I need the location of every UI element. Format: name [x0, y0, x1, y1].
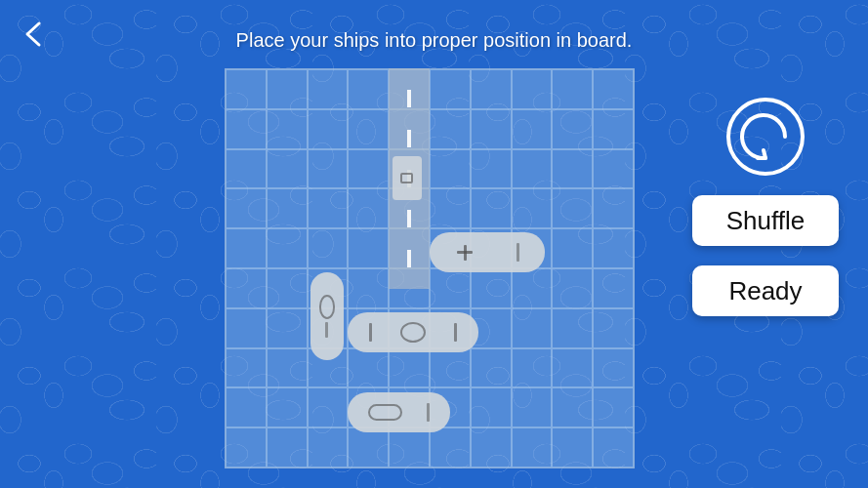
- grid-cell[interactable]: [430, 69, 471, 109]
- grid-cell[interactable]: [471, 268, 512, 308]
- grid-cell[interactable]: [471, 188, 512, 228]
- grid-cell[interactable]: [348, 149, 389, 189]
- grid-cell[interactable]: [552, 308, 593, 348]
- road-dash: [407, 210, 411, 227]
- grid-cell[interactable]: [308, 427, 349, 468]
- grid-cell[interactable]: [512, 387, 553, 427]
- grid-cell[interactable]: [430, 188, 471, 228]
- grid-cell[interactable]: [308, 188, 349, 228]
- grid-cell[interactable]: [348, 427, 389, 468]
- grid-cell[interactable]: [512, 427, 553, 468]
- grid-cell[interactable]: [512, 109, 553, 149]
- ship-1[interactable]: [393, 156, 421, 200]
- grid-cell[interactable]: [552, 188, 593, 228]
- grid-cell[interactable]: [348, 69, 389, 109]
- grid-cell[interactable]: [348, 268, 389, 308]
- grid-cell[interactable]: [226, 228, 267, 268]
- right-panel: Shuffle Ready: [692, 98, 839, 316]
- grid-cell[interactable]: [593, 268, 634, 308]
- grid-cell[interactable]: [226, 109, 267, 149]
- road-dash: [407, 130, 411, 147]
- grid-cell[interactable]: [471, 109, 512, 149]
- grid-cell[interactable]: [512, 308, 553, 348]
- grid-cell[interactable]: [267, 268, 308, 308]
- grid-cell[interactable]: [593, 69, 634, 109]
- grid-cell[interactable]: [267, 188, 308, 228]
- grid-cell[interactable]: [430, 268, 471, 308]
- grid-cell[interactable]: [430, 348, 471, 388]
- grid-cell[interactable]: [226, 348, 267, 388]
- grid-cell[interactable]: [430, 109, 471, 149]
- grid-cell[interactable]: [593, 387, 634, 427]
- ship-4[interactable]: [348, 312, 478, 352]
- shuffle-button[interactable]: Shuffle: [692, 195, 839, 246]
- road-dash: [407, 250, 411, 267]
- grid-cell[interactable]: [267, 149, 308, 189]
- grid-cell[interactable]: [430, 427, 471, 468]
- grid-cell[interactable]: [267, 427, 308, 468]
- grid-cell[interactable]: [389, 427, 430, 468]
- grid-cell[interactable]: [226, 427, 267, 468]
- grid-cell[interactable]: [512, 268, 553, 308]
- game-board[interactable]: [225, 68, 635, 468]
- grid-cell[interactable]: [267, 109, 308, 149]
- grid-cell[interactable]: [430, 149, 471, 189]
- grid-cell[interactable]: [267, 228, 308, 268]
- back-button[interactable]: [15, 15, 54, 54]
- grid-cell[interactable]: [267, 348, 308, 388]
- grid-cell[interactable]: [348, 109, 389, 149]
- grid-cell[interactable]: [471, 427, 512, 468]
- grid-cell[interactable]: [471, 149, 512, 189]
- grid-cell[interactable]: [552, 348, 593, 388]
- grid-cell[interactable]: [512, 348, 553, 388]
- ship-3[interactable]: [310, 272, 344, 360]
- instruction-text: Place your ships into proper position in…: [236, 29, 633, 52]
- grid-cell[interactable]: [512, 69, 553, 109]
- grid-cell[interactable]: [593, 149, 634, 189]
- grid-cell[interactable]: [593, 308, 634, 348]
- grid-cell[interactable]: [512, 188, 553, 228]
- grid-cell[interactable]: [267, 308, 308, 348]
- grid-cell[interactable]: [308, 387, 349, 427]
- rotate-button[interactable]: [726, 98, 805, 176]
- grid-cell[interactable]: [512, 149, 553, 189]
- grid-cell[interactable]: [552, 149, 593, 189]
- grid-cell[interactable]: [552, 427, 593, 468]
- grid-cell[interactable]: [389, 348, 430, 388]
- road-dash: [407, 90, 411, 107]
- grid-cell[interactable]: [226, 188, 267, 228]
- grid-cell[interactable]: [267, 69, 308, 109]
- grid-cell[interactable]: [593, 228, 634, 268]
- grid-cell[interactable]: [471, 348, 512, 388]
- grid-cell[interactable]: [226, 387, 267, 427]
- grid-cell[interactable]: [552, 268, 593, 308]
- grid-cell[interactable]: [308, 109, 349, 149]
- grid-cell[interactable]: [226, 69, 267, 109]
- grid-cell[interactable]: [593, 109, 634, 149]
- grid-cell[interactable]: [226, 308, 267, 348]
- grid-cell[interactable]: [593, 188, 634, 228]
- grid-cell[interactable]: [552, 387, 593, 427]
- ready-button[interactable]: Ready: [692, 265, 839, 316]
- grid-cell[interactable]: [308, 149, 349, 189]
- grid-cell[interactable]: [226, 149, 267, 189]
- grid-cell[interactable]: [552, 228, 593, 268]
- grid-cell[interactable]: [348, 188, 389, 228]
- ship-5[interactable]: [348, 392, 450, 432]
- grid-cell[interactable]: [593, 427, 634, 468]
- ship-2[interactable]: [430, 232, 545, 272]
- grid-cell[interactable]: [308, 228, 349, 268]
- grid-cell[interactable]: [471, 387, 512, 427]
- grid-cell[interactable]: [348, 228, 389, 268]
- grid-cell[interactable]: [471, 69, 512, 109]
- grid-cell[interactable]: [267, 387, 308, 427]
- grid-cell[interactable]: [308, 69, 349, 109]
- grid-cell[interactable]: [348, 348, 389, 388]
- grid-cell[interactable]: [552, 69, 593, 109]
- grid-cell[interactable]: [552, 109, 593, 149]
- grid-cell[interactable]: [593, 348, 634, 388]
- grid-cell[interactable]: [226, 268, 267, 308]
